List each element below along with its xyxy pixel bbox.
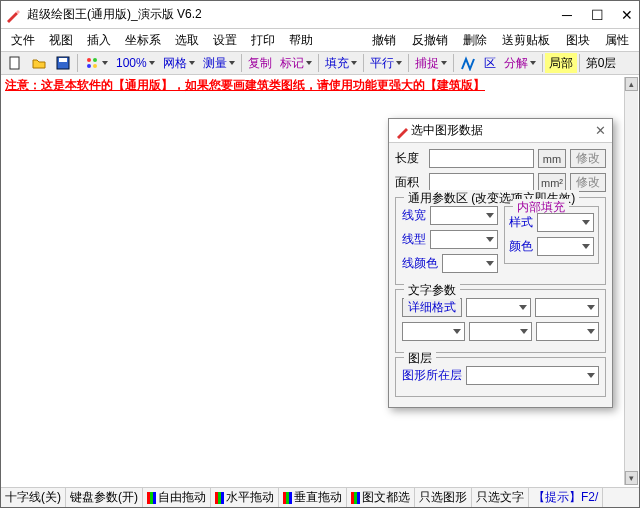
local-button[interactable]: 局部 bbox=[545, 53, 577, 73]
svg-point-3 bbox=[87, 58, 91, 62]
copy-button[interactable]: 复制 bbox=[244, 53, 276, 73]
fill-button[interactable]: 填充 bbox=[321, 53, 361, 73]
status-horiz[interactable]: 水平拖动 bbox=[211, 488, 279, 507]
chevron-down-icon bbox=[306, 61, 312, 65]
rgb-icon bbox=[283, 492, 292, 504]
svg-rect-0 bbox=[10, 57, 19, 69]
rgb-icon bbox=[147, 492, 156, 504]
svg-rect-2 bbox=[59, 58, 67, 62]
new-button[interactable] bbox=[3, 53, 27, 73]
status-keyboard[interactable]: 键盘参数(开) bbox=[66, 488, 143, 507]
status-vert[interactable]: 垂直拖动 bbox=[279, 488, 347, 507]
svg-point-4 bbox=[93, 58, 97, 62]
window-title: 超级绘图王(通用版)_演示版 V6.2 bbox=[27, 6, 559, 23]
length-unit: mm bbox=[538, 149, 566, 168]
text-select-5[interactable] bbox=[536, 322, 599, 341]
status-free[interactable]: 自由拖动 bbox=[143, 488, 211, 507]
palette-button[interactable] bbox=[80, 53, 112, 73]
layer-button[interactable]: 第0层 bbox=[582, 53, 621, 73]
maximize-button[interactable]: ☐ bbox=[589, 8, 605, 22]
detail-format-button[interactable]: 详细格式 bbox=[402, 298, 462, 317]
scroll-up-button[interactable]: ▴ bbox=[625, 77, 638, 91]
menu-settings[interactable]: 设置 bbox=[207, 32, 243, 49]
layer-group: 图层 图形所在层 bbox=[395, 357, 606, 397]
save-button[interactable] bbox=[51, 53, 75, 73]
menu-block[interactable]: 图块 bbox=[560, 33, 596, 47]
measure-button[interactable]: 测量 bbox=[199, 53, 239, 73]
palette-icon bbox=[84, 55, 100, 71]
linecolor-select[interactable] bbox=[442, 254, 498, 273]
zoom-button[interactable]: 100% bbox=[112, 53, 159, 73]
notice-text: 注意：这是本软件的【通用版】，如果您要画建筑类图纸，请使用功能更强大的【建筑版】 bbox=[1, 75, 639, 96]
menu-select[interactable]: 选取 bbox=[169, 32, 205, 49]
minimize-button[interactable]: ─ bbox=[559, 8, 575, 22]
menu-help[interactable]: 帮助 bbox=[283, 32, 319, 49]
pencil-icon bbox=[395, 123, 411, 139]
chevron-down-icon bbox=[189, 61, 195, 65]
scroll-down-button[interactable]: ▾ bbox=[625, 471, 638, 485]
chevron-down-icon bbox=[396, 61, 402, 65]
linetype-select[interactable] bbox=[430, 230, 498, 249]
layer-at-label: 图形所在层 bbox=[402, 367, 462, 384]
linetype-label: 线型 bbox=[402, 231, 426, 248]
parallel-button[interactable]: 平行 bbox=[366, 53, 406, 73]
chevron-down-icon bbox=[530, 61, 536, 65]
linewidth-select[interactable] bbox=[430, 206, 498, 225]
menu-insert[interactable]: 插入 bbox=[81, 32, 117, 49]
style-label: 样式 bbox=[509, 214, 533, 231]
menu-print[interactable]: 打印 bbox=[245, 32, 281, 49]
open-icon bbox=[31, 55, 47, 71]
save-icon bbox=[55, 55, 71, 71]
grid-button[interactable]: 网格 bbox=[159, 53, 199, 73]
zone-icon-button[interactable] bbox=[456, 53, 480, 73]
zone-button[interactable]: 区 bbox=[480, 53, 500, 73]
menu-view[interactable]: 视图 bbox=[43, 32, 79, 49]
chevron-down-icon bbox=[441, 61, 447, 65]
zone-icon bbox=[460, 55, 476, 71]
status-tip[interactable]: 【提示】F2/ bbox=[529, 488, 603, 507]
shape-data-panel: 选中图形数据 ✕ 长度 mm 修改 面积 mm² 修改 通用参数区 (改变选项立… bbox=[388, 118, 613, 408]
length-modify-button[interactable]: 修改 bbox=[570, 149, 606, 168]
mark-button[interactable]: 标记 bbox=[276, 53, 316, 73]
titlebar: 超级绘图王(通用版)_演示版 V6.2 ─ ☐ ✕ bbox=[1, 1, 639, 29]
snap-button[interactable]: 捕捉 bbox=[411, 53, 451, 73]
svg-point-6 bbox=[93, 64, 97, 68]
general-params-group: 通用参数区 (改变选项立即生效) 线宽 线型 线颜色 内部填充 样式 颜色 bbox=[395, 197, 606, 285]
status-textsel[interactable]: 图文都选 bbox=[347, 488, 415, 507]
decompose-button[interactable]: 分解 bbox=[500, 53, 540, 73]
panel-title: 选中图形数据 bbox=[411, 122, 595, 139]
status-selshape[interactable]: 只选图形 bbox=[415, 488, 472, 507]
length-label: 长度 bbox=[395, 150, 425, 167]
menu-coords[interactable]: 坐标系 bbox=[119, 32, 167, 49]
statusbar: 十字线(关) 键盘参数(开) 自由拖动 水平拖动 垂直拖动 图文都选 只选图形 … bbox=[1, 487, 639, 507]
menu-props[interactable]: 属性 bbox=[599, 33, 635, 47]
menu-undo[interactable]: 撤销 bbox=[366, 33, 402, 47]
color-label: 颜色 bbox=[509, 238, 533, 255]
toolbar: 100% 网格 测量 复制 标记 填充 平行 捕捉 区 分解 局部 第0层 bbox=[1, 51, 639, 75]
text-select-1[interactable] bbox=[466, 298, 531, 317]
status-seltext[interactable]: 只选文字 bbox=[472, 488, 529, 507]
status-crosshair[interactable]: 十字线(关) bbox=[1, 488, 66, 507]
inner-fill-group: 内部填充 样式 颜色 bbox=[504, 206, 600, 264]
chevron-down-icon bbox=[102, 61, 108, 65]
length-input[interactable] bbox=[429, 149, 534, 168]
chevron-down-icon bbox=[149, 61, 155, 65]
text-params-title: 文字参数 bbox=[404, 282, 460, 299]
vertical-scrollbar[interactable]: ▴ ▾ bbox=[624, 77, 638, 485]
text-select-3[interactable] bbox=[402, 322, 465, 341]
menu-delete[interactable]: 删除 bbox=[457, 33, 493, 47]
app-icon bbox=[5, 7, 21, 23]
close-button[interactable]: ✕ bbox=[619, 8, 635, 22]
panel-close-button[interactable]: ✕ bbox=[595, 123, 606, 138]
layer-select[interactable] bbox=[466, 366, 599, 385]
menu-redo[interactable]: 反撤销 bbox=[406, 33, 454, 47]
svg-point-5 bbox=[87, 64, 91, 68]
color-select[interactable] bbox=[537, 237, 595, 256]
open-button[interactable] bbox=[27, 53, 51, 73]
text-select-2[interactable] bbox=[535, 298, 600, 317]
menu-clipboard[interactable]: 送剪贴板 bbox=[496, 33, 556, 47]
text-select-4[interactable] bbox=[469, 322, 532, 341]
menu-file[interactable]: 文件 bbox=[5, 32, 41, 49]
linecolor-label: 线颜色 bbox=[402, 255, 438, 272]
style-select[interactable] bbox=[537, 213, 595, 232]
